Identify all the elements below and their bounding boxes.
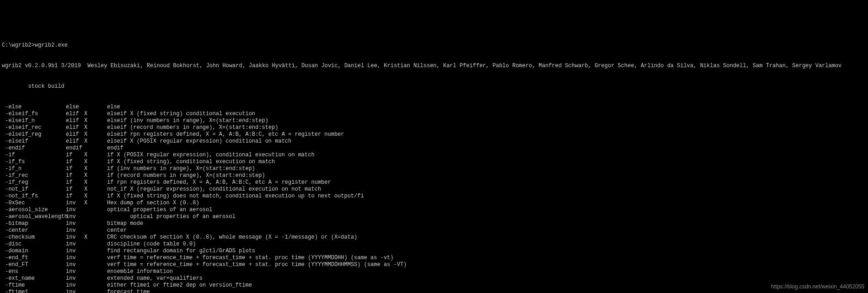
option-list: -elseelseelse -elseif_fselifXelseif X (f… [2,104,866,293]
option-name: -elseif [2,138,66,145]
option-row: -ftime1invforecast time [2,289,866,293]
option-type: else [66,104,84,111]
option-name: -endif [2,145,66,152]
option-type: endif [66,145,84,152]
version-banner: wgrib2 v0.2.0.9b1 3/2019 Wesley Ebisuzak… [2,63,866,69]
option-description: forecast time [107,289,150,293]
option-arg: X [84,138,107,145]
option-name: -ens [2,268,66,275]
option-name: -if_fs [2,159,66,165]
option-type: inv [66,213,84,220]
option-arg: X [84,165,107,172]
option-name: -aerosol_size [2,207,66,213]
option-description: extended name, var+qualifiers [107,275,203,282]
option-arg: X [84,111,107,117]
option-description: either ftime1 or ftime2 dep on version_f… [107,282,252,289]
option-description: if X (POSIX regular expression), conditi… [107,152,315,159]
option-type: inv [66,220,84,227]
option-type: inv [66,282,84,289]
option-name: -not_if_fs [2,193,66,200]
option-name: -disc [2,241,66,248]
option-name: -aerosol_wavelength [2,213,66,220]
option-arg: X [84,152,107,159]
option-row: -bitmapinvbitmap mode [2,220,866,227]
option-arg: X [84,179,107,186]
option-row: -not_if_fsifXif X (fixed string) does no… [2,193,866,200]
option-type: elif [66,124,84,131]
option-description: if (record numbers in range), X=(start:e… [107,172,265,179]
option-row: -ensinvensemble information [2,268,866,275]
option-name: -ftime [2,282,66,289]
option-description: not_if X (regular expression), condition… [107,186,321,193]
option-name: -if_n [2,165,66,172]
option-name: -else [2,104,66,111]
watermark-url: https://blog.csdn.net/weixin_44052055 [771,283,864,290]
option-type: if [66,152,84,159]
option-description: elseif (record numbers in range), X=(sta… [107,124,278,131]
option-arg: X [84,200,107,207]
option-description: bitmap mode [107,220,143,227]
option-type: inv [66,200,84,207]
option-row: -elseifelifXelseif X (POSIX regular expr… [2,138,866,145]
option-name: -elseif_n [2,117,66,124]
option-description: optical properties of an aerosol [107,207,212,213]
option-row: -if_fsifXif X (fixed string), conditiona… [2,159,866,165]
option-type: if [66,179,84,186]
option-description: if rpn registers defined, X = A, A:B, A:… [107,179,331,186]
option-name: -end_ft [2,255,66,261]
option-name: -checksum [2,234,66,241]
option-name: -if_rec [2,172,66,179]
option-row: -end_FTinvverf time = reference_time + f… [2,261,866,268]
option-row: -ext_nameinvextended name, var+qualifier… [2,275,866,282]
option-type: if [66,193,84,200]
option-row: -end_ftinvverf time = reference_time + f… [2,255,866,261]
option-row: -ftimeinveither ftime1 or ftime2 dep on … [2,282,866,289]
option-name: -elseif_reg [2,131,66,138]
option-description: if X (fixed string) does not match, cond… [107,193,364,200]
option-type: if [66,165,84,172]
option-name: -center [2,227,66,234]
option-name: -if [2,152,66,159]
option-type: if [66,186,84,193]
option-name: -ext_name [2,275,66,282]
option-type: inv [66,248,84,255]
option-row: -aerosol_wavelengthinv optical propertie… [2,213,866,220]
option-arg: X [84,131,107,138]
option-row: -if_recifXif (record numbers in range), … [2,172,866,179]
option-arg: X [84,186,107,193]
option-arg: X [84,234,107,241]
option-type: elif [66,117,84,124]
option-name: -0xSec [2,200,66,207]
option-arg: X [84,172,107,179]
option-type: elif [66,111,84,117]
option-type: if [66,172,84,179]
option-name: -not_if [2,186,66,193]
option-arg: X [84,117,107,124]
option-type: inv [66,268,84,275]
option-row: -elseif_nelifXelseif (inv numbers in ran… [2,117,866,124]
option-description: center [107,227,127,234]
build-line: stock build [2,83,866,90]
option-row: -if_nifXif (inv numbers in range), X=(st… [2,165,866,172]
command-prompt: C:\wgrib2>wgrib2.exe [2,42,866,49]
option-row: -discinvdiscipline (code table 0.0) [2,241,866,248]
option-type: inv [66,207,84,213]
option-row: -elseif_recelifXelseif (record numbers i… [2,124,866,131]
option-arg: X [84,159,107,165]
option-type: elif [66,138,84,145]
option-type: elif [66,131,84,138]
option-type: inv [66,275,84,282]
option-row: -not_ififXnot_if X (regular expression),… [2,186,866,193]
option-description: Hex dump of section X (0..8) [107,200,199,207]
option-description: endif [107,145,123,152]
option-type: inv [66,234,84,241]
option-description: elseif X (fixed string) conditional exec… [107,111,255,117]
option-description: elseif rpn registers defined, X = A, A:B… [107,131,344,138]
option-description: find rectangular domain for g2ctl/GrADS … [107,248,255,255]
option-row: -0xSecinvXHex dump of section X (0..8) [2,200,866,207]
option-row: -domaininvfind rectangular domain for g2… [2,248,866,255]
option-description: CRC checksum of section X (0..8), whole … [107,234,357,241]
option-row: -elseif_regelifXelseif rpn registers def… [2,131,866,138]
option-row: -checksuminvXCRC checksum of section X (… [2,234,866,241]
terminal-output: C:\wgrib2>wgrib2.exe wgrib2 v0.2.0.9b1 3… [0,27,868,293]
